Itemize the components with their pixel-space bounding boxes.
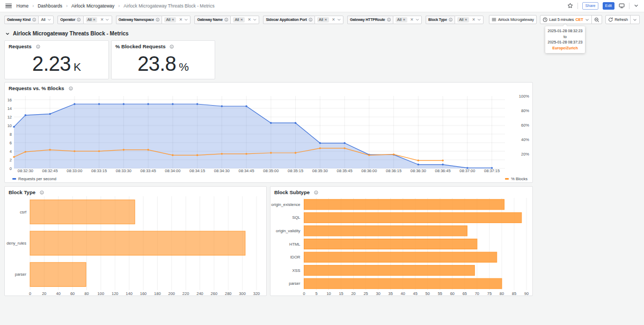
data-point-requests[interactable] (466, 167, 468, 169)
variable-value-chip[interactable]: All✕ (457, 17, 469, 23)
breadcrumb-item[interactable]: Home (17, 3, 29, 9)
data-point-blocks[interactable] (270, 152, 272, 153)
timeseries-chart[interactable]: 024681012141620%40%60%80%100%08:32:3008:… (5, 83, 532, 182)
info-icon[interactable] (170, 45, 174, 49)
remove-value-icon[interactable]: ✕ (402, 18, 405, 22)
variable-label[interactable]: Sidecar Application Port (263, 16, 314, 24)
clear-all-icon[interactable]: ✕ (179, 18, 182, 22)
bar-SQL[interactable] (304, 212, 522, 223)
bar-HTML[interactable] (304, 239, 477, 249)
data-point-blocks[interactable] (147, 149, 149, 151)
data-point-requests[interactable] (147, 103, 149, 105)
variable-select[interactable]: All✕✕ (393, 16, 422, 24)
clear-all-icon[interactable]: ✕ (248, 18, 251, 22)
clear-all-icon[interactable]: ✕ (472, 18, 475, 22)
info-icon[interactable] (36, 45, 40, 49)
data-point-requests[interactable] (172, 103, 173, 105)
breadcrumb-item[interactable]: Airlock Microgateway (71, 3, 114, 9)
data-point-requests[interactable] (295, 122, 296, 124)
data-point-blocks[interactable] (368, 154, 370, 156)
clear-all-icon[interactable]: ✕ (100, 18, 104, 22)
data-point-blocks[interactable] (172, 154, 173, 156)
variable-value-chip[interactable]: All✕ (396, 17, 407, 23)
variable-select[interactable]: All✕✕ (162, 16, 191, 24)
refresh-button[interactable]: Refresh (606, 16, 630, 24)
data-point-requests[interactable] (49, 113, 50, 115)
variable-select[interactable]: All✕✕ (455, 16, 484, 24)
variable-select[interactable]: All✕✕ (230, 16, 259, 24)
data-point-requests[interactable] (25, 114, 26, 116)
data-point-blocks[interactable] (418, 160, 419, 161)
variable-select[interactable]: All (38, 16, 54, 24)
bar-csrf[interactable] (30, 200, 135, 224)
data-point-requests[interactable] (98, 103, 100, 105)
menu-icon[interactable] (5, 4, 12, 9)
data-point-requests[interactable] (123, 103, 125, 105)
data-point-blocks[interactable] (319, 147, 321, 149)
variable-label[interactable]: Gateway Name (194, 16, 230, 24)
data-point-requests[interactable] (245, 105, 247, 107)
data-point-blocks[interactable] (221, 153, 223, 154)
remove-value-icon[interactable]: ✕ (324, 18, 327, 22)
time-range-button[interactable]: Last 5 minutes CET (540, 16, 591, 24)
variable-select[interactable]: All✕✕ (83, 16, 112, 24)
legend-item-blocks[interactable]: % Blocks (505, 176, 528, 181)
data-point-requests[interactable] (74, 103, 75, 105)
remove-value-icon[interactable]: ✕ (465, 18, 467, 22)
star-icon[interactable] (567, 3, 573, 9)
data-point-requests[interactable] (196, 103, 198, 105)
refresh-interval-button[interactable] (631, 16, 639, 24)
bar-deny_rules[interactable] (30, 231, 245, 255)
variable-value-chip[interactable]: All✕ (86, 17, 98, 23)
data-point-blocks[interactable] (196, 154, 198, 156)
variable-value-chip[interactable]: All✕ (317, 17, 329, 23)
variable-label[interactable]: Block Type (426, 16, 455, 24)
variable-label[interactable]: Operator (57, 16, 83, 24)
data-point-blocks[interactable] (123, 149, 125, 151)
data-point-blocks[interactable] (442, 160, 443, 161)
data-point-requests[interactable] (343, 142, 345, 144)
dashboard-list-button[interactable]: Airlock Microgateway (489, 15, 537, 24)
bar-parser[interactable] (304, 278, 502, 289)
remove-value-icon[interactable]: ✕ (240, 18, 243, 22)
chevron-down-icon[interactable] (634, 3, 639, 8)
data-point-requests[interactable] (319, 142, 321, 144)
breadcrumb-item[interactable]: Dashboards (38, 3, 62, 9)
bar-XSS[interactable] (304, 265, 475, 276)
data-point-requests[interactable] (270, 122, 272, 124)
panel-header[interactable]: Requests (9, 43, 40, 49)
data-point-blocks[interactable] (343, 147, 345, 149)
variable-label[interactable]: Gateway Kind (4, 16, 38, 24)
data-point-blocks[interactable] (98, 150, 100, 152)
edit-button[interactable]: Edit (603, 2, 614, 10)
bar-parser[interactable] (30, 262, 86, 286)
barchart-block-type[interactable]: 0204060801001201401601802002202402602803… (5, 187, 266, 296)
data-point-requests[interactable] (13, 126, 14, 128)
share-button[interactable]: Share (582, 2, 598, 10)
data-point-requests[interactable] (418, 164, 419, 165)
dashboard-row-header[interactable]: Airlock Microgateway Threats Block - Met… (5, 31, 129, 36)
tv-icon[interactable] (619, 3, 625, 9)
variable-label[interactable]: Gateway HTTPRoute (347, 16, 393, 24)
data-point-blocks[interactable] (49, 149, 50, 151)
clear-all-icon[interactable]: ✕ (332, 18, 335, 22)
legend-item-requests[interactable]: Requests per second (12, 176, 56, 181)
panel-header[interactable]: % Blocked Requests (115, 43, 174, 49)
data-point-blocks[interactable] (74, 150, 75, 152)
data-point-blocks[interactable] (393, 153, 394, 155)
remove-value-icon[interactable]: ✕ (93, 18, 96, 22)
data-point-requests[interactable] (442, 164, 443, 165)
data-point-blocks[interactable] (295, 152, 296, 153)
variable-value-chip[interactable]: All✕ (164, 17, 176, 23)
data-point-blocks[interactable] (13, 156, 14, 158)
variable-value-chip[interactable]: All✕ (233, 17, 245, 23)
data-point-blocks[interactable] (245, 153, 247, 154)
remove-value-icon[interactable]: ✕ (172, 18, 174, 22)
data-point-requests[interactable] (491, 167, 493, 169)
data-point-blocks[interactable] (25, 151, 26, 152)
data-point-requests[interactable] (221, 105, 223, 107)
bar-origin_existence[interactable] (304, 200, 504, 210)
variable-select[interactable]: All✕✕ (314, 16, 343, 24)
bar-origin_validity[interactable] (304, 226, 467, 236)
zoom-out-button[interactable] (592, 16, 602, 24)
